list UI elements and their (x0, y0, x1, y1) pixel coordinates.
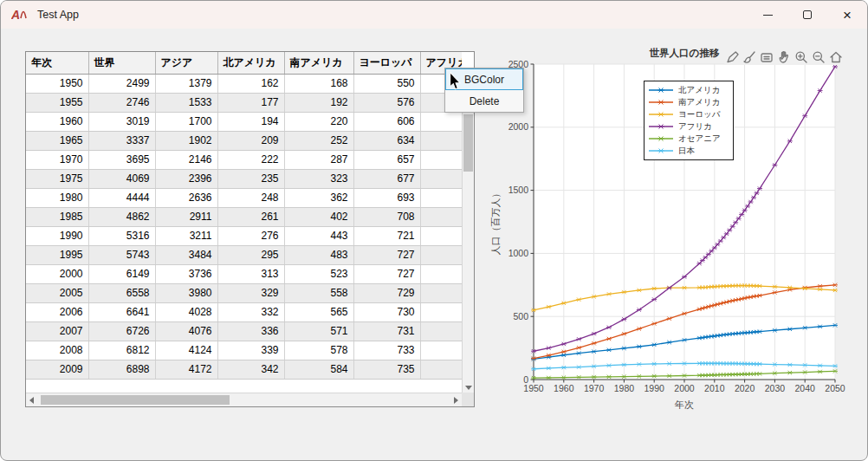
context-menu-item-delete[interactable]: Delete (445, 90, 523, 112)
table-cell[interactable]: 313 (217, 264, 284, 283)
table-cell[interactable]: 168 (284, 74, 353, 93)
table-cell[interactable]: 708 (353, 207, 420, 226)
table-cell[interactable]: 329 (217, 283, 284, 302)
table-cell[interactable]: 6898 (88, 360, 155, 379)
table-cell[interactable]: 192 (284, 93, 353, 112)
table-cell[interactable]: 483 (284, 245, 353, 264)
table-cell[interactable]: 727 (353, 264, 420, 283)
table-cell[interactable]: 1700 (155, 112, 217, 131)
table-cell[interactable] (420, 150, 462, 169)
table-cell[interactable]: 4076 (155, 321, 217, 341)
table-cell[interactable]: 730 (353, 302, 420, 321)
table-cell[interactable]: 606 (353, 112, 420, 131)
scroll-down-arrow-icon[interactable] (465, 386, 472, 390)
home-icon[interactable] (828, 49, 844, 65)
scroll-right-arrow-icon[interactable] (454, 397, 458, 404)
table-cell[interactable] (420, 188, 462, 207)
table-cell[interactable]: 252 (284, 131, 353, 150)
table-cell[interactable] (420, 302, 462, 321)
table-cell[interactable]: 5316 (88, 226, 155, 245)
table-cell[interactable]: 5743 (88, 245, 155, 264)
table-cell[interactable]: 3695 (88, 150, 155, 169)
pan-icon[interactable] (776, 49, 792, 65)
table-cell[interactable]: 3736 (155, 264, 217, 283)
table-cell[interactable]: 523 (284, 264, 353, 283)
table-cell[interactable]: 1960 (26, 112, 88, 131)
table-cell[interactable]: 2007 (26, 321, 88, 341)
table-cell[interactable] (420, 264, 462, 283)
table-cell[interactable]: 634 (353, 131, 420, 150)
table-cell[interactable]: 2911 (155, 207, 217, 226)
table-cell[interactable]: 2009 (26, 360, 88, 379)
table-cell[interactable]: 342 (217, 360, 284, 379)
table-cell[interactable]: 323 (284, 169, 353, 188)
table-cell[interactable]: 443 (284, 226, 353, 245)
table-cell[interactable]: 220 (284, 112, 353, 131)
minimize-button[interactable] (748, 1, 787, 29)
table-cell[interactable]: 578 (284, 341, 353, 360)
table-cell[interactable] (420, 245, 462, 264)
table-cell[interactable]: 2006 (26, 302, 88, 321)
table-cell[interactable]: 565 (284, 302, 353, 321)
table-cell[interactable]: 3484 (155, 245, 217, 264)
table-cell[interactable] (420, 283, 462, 302)
brush-icon[interactable] (742, 49, 757, 65)
table-cell[interactable]: 4028 (155, 302, 217, 321)
table-cell[interactable] (420, 341, 462, 360)
table-cell[interactable]: 584 (284, 360, 353, 379)
table-cell[interactable]: 721 (353, 226, 420, 245)
table-cell[interactable]: 194 (217, 112, 284, 131)
vertical-scrollbar[interactable] (462, 75, 474, 393)
table-cell[interactable]: 2396 (155, 169, 217, 188)
table-cell[interactable] (420, 321, 462, 341)
table-cell[interactable]: 287 (284, 150, 353, 169)
table-cell[interactable]: 177 (217, 93, 284, 112)
table-cell[interactable] (420, 112, 462, 131)
table-cell[interactable]: 209 (217, 131, 284, 150)
table-cell[interactable]: 576 (353, 93, 420, 112)
table-cell[interactable]: 2499 (88, 74, 155, 93)
table-cell[interactable]: 332 (217, 302, 284, 321)
table-cell[interactable]: 1533 (155, 93, 217, 112)
table-cell[interactable]: 1985 (26, 207, 88, 226)
table-cell[interactable]: 1379 (155, 74, 217, 93)
table-cell[interactable]: 6641 (88, 302, 155, 321)
table-cell[interactable] (420, 360, 462, 379)
table-cell[interactable]: 1975 (26, 169, 88, 188)
zoom-in-icon[interactable] (794, 49, 809, 65)
table-cell[interactable]: 2005 (26, 283, 88, 302)
table-cell[interactable]: 336 (217, 321, 284, 341)
table-cell[interactable]: 295 (217, 245, 284, 264)
table-cell[interactable]: 339 (217, 341, 284, 360)
table-cell[interactable]: 402 (284, 207, 353, 226)
table-cell[interactable]: 4862 (88, 207, 155, 226)
table-cell[interactable]: 4172 (155, 360, 217, 379)
table-cell[interactable] (420, 226, 462, 245)
table-cell[interactable]: 6149 (88, 264, 155, 283)
table-cell[interactable]: 4444 (88, 188, 155, 207)
table-cell[interactable]: 362 (284, 188, 353, 207)
maximize-button[interactable] (787, 1, 827, 29)
table-cell[interactable]: 677 (353, 169, 420, 188)
horizontal-scrollbar[interactable] (26, 393, 462, 406)
table-cell[interactable]: 235 (217, 169, 284, 188)
scroll-left-arrow-icon[interactable] (29, 397, 34, 404)
export-icon[interactable] (724, 49, 740, 65)
table-cell[interactable]: 6726 (88, 321, 155, 341)
table-cell[interactable]: 2746 (88, 93, 155, 112)
table-cell[interactable]: 558 (284, 283, 353, 302)
table-cell[interactable]: 6812 (88, 341, 155, 360)
close-button[interactable]: × (827, 1, 867, 29)
table-cell[interactable]: 1950 (26, 74, 88, 93)
table-cell[interactable]: 1995 (26, 245, 88, 264)
table-cell[interactable]: 1955 (26, 93, 88, 112)
table-cell[interactable]: 693 (353, 188, 420, 207)
table-cell[interactable]: 3337 (88, 131, 155, 150)
zoom-out-icon[interactable] (811, 49, 826, 65)
table-cell[interactable]: 2146 (155, 150, 217, 169)
table-cell[interactable]: 1970 (26, 150, 88, 169)
table-cell[interactable]: 3019 (88, 112, 155, 131)
table-cell[interactable]: 2000 (26, 264, 88, 283)
table-cell[interactable]: 729 (353, 283, 420, 302)
table-cell[interactable]: 248 (217, 188, 284, 207)
